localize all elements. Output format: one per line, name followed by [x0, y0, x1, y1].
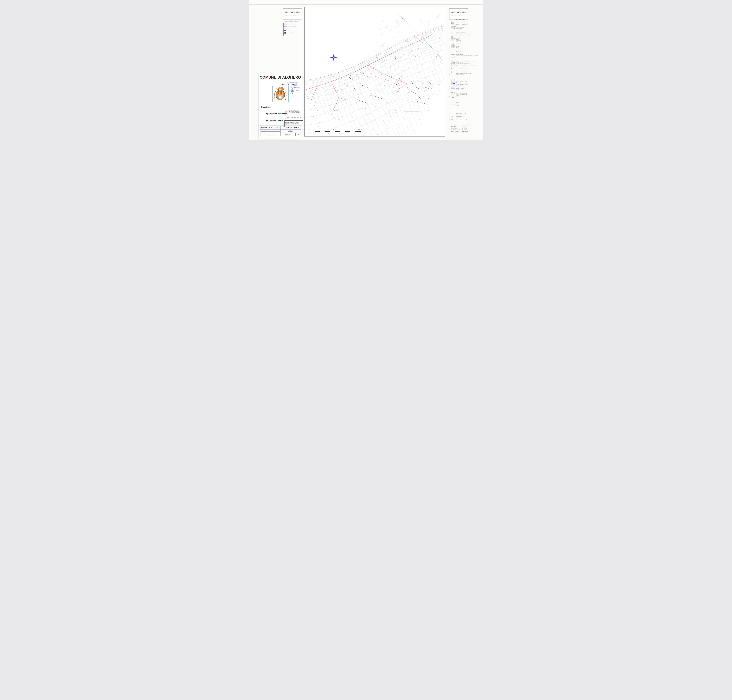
legend-entry-label: Strada a quattro corsie: [456, 32, 479, 33]
legend-entry-sublabel: C. lo in sede propria: [451, 25, 457, 25]
legend-entry-label: Bosco: [456, 107, 479, 108]
legend-entry-sublabel: Cavalcavia Sottopassaggio Passaggio a li…: [451, 28, 464, 28]
legend-entry: Coltura: [451, 105, 479, 106]
derivazione-label: Derivazione BT: [287, 32, 293, 33]
legend-entry-sublabel: scoperto sotterraneo: [451, 82, 457, 83]
signs-section-entries: 50 Curva di livello direttrice Curva di …: [450, 92, 479, 98]
legend-entry-label: Faro o fanale, monumento notevole, campa…: [456, 67, 479, 68]
drawing-date: GIUGNO 2001: [280, 133, 296, 136]
progettisti-label: Progettisti:: [261, 106, 271, 108]
signs-section: Elementi divisori Muro a calce Muro a se…: [448, 51, 479, 59]
map-frame: 0 500 mt. 1000 mt.: [303, 6, 445, 137]
sheet-number: 5: [296, 133, 300, 136]
signs-section: Idrografia Lago, stagno, palude su viado…: [448, 79, 479, 91]
legend-entry-label: In muratura: [456, 44, 479, 44]
cagliari-line-2: PROVINCIA CAGLIARI: [289, 111, 300, 112]
legend-entry-symbol: 63.8: [451, 119, 456, 120]
plan-subject: INDICAZIONE DELLE LINEE MT - BT: [261, 129, 280, 131]
delibera-stamp-values: n. 45 del 18.12.2002: [280, 83, 299, 87]
legend-entry-label: Tabernacolo, croce isolata, grotta, staz…: [456, 64, 479, 65]
legend-entry-label: Sentiero: [456, 39, 479, 40]
signs-section-label: Limiti di:: [448, 102, 449, 108]
legend-entry-label: Punto Geodetico Catastale: [456, 115, 479, 116]
abbreviation-item: N.ghe - Nuraghe: [451, 132, 461, 133]
legend-entry-label: Scarpata: [456, 96, 479, 96]
legend-entry-label: Rocciaio: [456, 97, 479, 97]
legend-entry-label: Serra, nuraghe, fumaiolo o torre, cabina…: [456, 66, 479, 66]
compass-rose-icon: [330, 54, 337, 61]
legend-entry-label: Acquedotto sotterraneo: [456, 87, 479, 88]
legend-entry-sublabel: con muri: [451, 34, 453, 35]
legend-entry-label: Albero di essenza non identificabile: [456, 73, 479, 74]
tumminelli-signature: [285, 116, 303, 119]
legend-entry-symbol: [451, 102, 456, 104]
legend-entry: Pozzo, sorgente, presa, abbeveratoio, fo…: [451, 68, 479, 69]
legend-entry-label: Caposaldo I. G. M.: [456, 116, 479, 117]
delibera-date: 18.12.2002: [286, 83, 296, 85]
svg-text:63.8: 63.8: [452, 119, 453, 120]
legend-entry-symbol: [451, 113, 456, 115]
signs-section-label: Vegetazione: [448, 71, 449, 76]
signs-section-entries: Frutteto, agrumeto, oliveto Bosco ceduo,…: [450, 71, 479, 76]
legend-entry-label: Acquedotto scoperto: [456, 88, 479, 89]
legend-entry: Cancellata, staccionata, rete metallica,…: [451, 55, 479, 56]
legend-entry-label: Pedanca: [456, 47, 479, 48]
delibera-del-label: del: [284, 84, 286, 85]
legend-entry: Acquedotto scoperto: [451, 88, 479, 89]
signs-section: Limiti di: Provincia Comune Coltura Bosc…: [448, 102, 479, 108]
legend-entry-symbol: [451, 104, 456, 105]
sassari-engineer: N. 682 Dr. Ing. ANTONIO GAVINO DURANTI: [287, 125, 300, 125]
abbreviation-item: P.tta - Pinnetta: [462, 131, 474, 132]
delibera-number: 45: [281, 84, 284, 86]
signs-section: Punti di riferimento Punto Geodetico I. …: [448, 113, 479, 122]
ordine-ingegneri-cagliari-stamp: N. 3448 ORDINE INGEGNERI PROVINCIA CAGLI…: [285, 109, 302, 115]
abbreviations-section: Abbreviazioni B.cu - BaccuFu.xiu - Furri…: [448, 125, 474, 133]
legend-entry-label: In legno: [456, 43, 479, 43]
legend-entry-label: Vigneto, cespugliato: [456, 75, 479, 75]
abbreviation-item: B.de - Badde: [451, 126, 461, 127]
legend-entry-sublabel: con muri in costruzione: [451, 32, 458, 32]
project-title-block: COMUNE DI ALGHERO Allegato alla delibera…: [259, 73, 302, 139]
legend-entry: su viadotto Canale largo meno di 3 metri: [451, 84, 479, 85]
bt-line-label: Linee Bassa Tensione: [287, 24, 296, 25]
signs-section: Strade con muri in costruzione Strada a …: [448, 32, 479, 40]
legend-entry-symbol: [451, 96, 456, 98]
city-map-drawing: [305, 7, 444, 135]
legend-entry-label: Provincia: [456, 102, 479, 103]
legend-entry: RIF Punto di riferimento Topografico: [451, 118, 479, 119]
cabina-label: Cabina MT - BT: [287, 29, 293, 30]
legend-entry-symbol: [451, 74, 456, 76]
legend-entry-sublabel: ad un binario a due binari: [451, 24, 459, 24]
signs-section-label: Ferrovie: [448, 22, 449, 29]
legend-entry-sublabel: con muri: [451, 37, 453, 38]
abbreviation-item: G.na - Genna: [462, 126, 474, 127]
legend-entry-label: Strada secondaria (tra 2,5 e 3,5 mt): [456, 36, 479, 37]
cabina-mt-bt-icon: [284, 29, 286, 31]
state-indication-cell: INDICAZIONE DELLO STATO DI FATTO PER LE …: [261, 133, 280, 136]
state-indication-2: PER LE SORGENTI EM A 50 Hz: [265, 134, 276, 135]
legend-entry-label: Acquedotto sopraelevato: [456, 90, 479, 90]
legend-entry: Cavalcavia Sottopassaggio Passaggio a li…: [451, 28, 479, 29]
legend-entry-symbol: RIF: [451, 117, 456, 119]
map-inner-border: 0 500 mt. 1000 mt.: [304, 7, 444, 136]
legend-entry-label: Edificio in muratura, Fabbricato Industr…: [456, 62, 479, 63]
legend-entry-label: Muro a secco: [456, 53, 479, 54]
legend-entry-label: Coltura: [456, 105, 479, 106]
mt-line-label: Linee Media Tensione: [287, 26, 296, 26]
legend-entry-sublabel: in sede stradale: [451, 26, 456, 27]
signs-section: Ferrovie stazioni in costruzione Ferrovi…: [448, 22, 479, 29]
legend-entry-sublabel: in galleria in costruzione: [451, 33, 459, 33]
legend-entry-sublabel: con muri: [451, 36, 453, 37]
signs-section-label: Ponti: [448, 40, 449, 48]
abbreviation-item: Cuc.ru - Cuccuru: [451, 131, 461, 132]
legend-entry-label: Curva di livello ausiliaria: [456, 94, 479, 95]
bt-line-swatch: [284, 24, 287, 24]
dirigente-signature: [291, 88, 295, 99]
em-group-elettrodotti-label: Elettrodotti: [282, 23, 283, 28]
legend-entry-sublabel: stazioni in costruzione: [451, 21, 458, 22]
legend-entry-label: Ferrovia a scartamento ridotto: [456, 24, 479, 25]
project-title: COMUNE DI ALGHERO: [259, 75, 302, 79]
delibera-stamp: Allegato alla deliberazione del C.C. n. …: [280, 82, 299, 87]
commune-title: COMUNE DI ALGHERO: [285, 12, 300, 13]
legend-entry: Acquedotto sopraelevato: [451, 90, 479, 90]
